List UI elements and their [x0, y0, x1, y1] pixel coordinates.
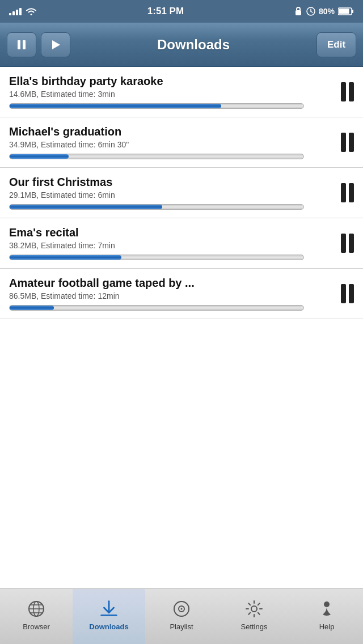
progress-track	[9, 103, 304, 109]
pause-bar-right	[349, 234, 354, 253]
svg-rect-0	[296, 10, 301, 15]
progress-track	[9, 255, 304, 260]
lock-icon	[294, 6, 303, 16]
tab-help[interactable]: Help	[290, 589, 363, 644]
download-meta: 29.1MB, Estimated time: 6min	[9, 190, 334, 200]
clock-icon	[306, 7, 315, 16]
status-bar: 1:51 PM 80%	[0, 0, 363, 23]
pause-bar-right	[349, 183, 354, 202]
tab-playlist[interactable]: Playlist	[145, 589, 218, 644]
header-controls	[7, 32, 70, 57]
pause-bar-right	[349, 82, 354, 101]
play-button[interactable]	[41, 32, 70, 57]
status-right: 80%	[294, 6, 354, 16]
download-meta: 38.2MB, Estimated time: 7min	[9, 241, 334, 250]
settings-icon	[245, 600, 263, 618]
browser-tab-icon	[26, 599, 47, 619]
tab-settings[interactable]: Settings	[218, 589, 290, 644]
pause-bar-right	[349, 284, 354, 303]
download-info: Ella's birthday party karaoke 14.6MB, Es…	[9, 75, 334, 109]
download-title: Our first Christmas	[9, 176, 334, 189]
item-pause-button[interactable]	[341, 82, 354, 101]
download-meta: 34.9MB, Estimated time: 6min 30"	[9, 140, 334, 149]
svg-point-19	[251, 606, 257, 612]
help-tab-icon	[316, 599, 337, 619]
pause-bar-left	[341, 133, 346, 152]
progress-track	[9, 154, 304, 159]
status-time: 1:51 PM	[147, 6, 184, 17]
pause-bar-left	[341, 234, 346, 253]
pause-bar-left	[341, 82, 346, 101]
svg-point-20	[324, 601, 330, 607]
downloads-icon	[99, 600, 119, 618]
browser-tab-label: Browser	[23, 622, 50, 631]
progress-fill	[10, 104, 221, 108]
svg-rect-6	[339, 9, 349, 14]
browser-icon	[27, 600, 45, 618]
svg-line-3	[311, 11, 313, 12]
download-item[interactable]: Ema's recital 38.2MB, Estimated time: 7m…	[0, 218, 363, 269]
help-icon	[318, 600, 336, 618]
battery-icon	[338, 7, 354, 15]
play-icon	[50, 39, 61, 50]
pause-button[interactable]	[7, 32, 36, 57]
pause-icon	[16, 39, 27, 50]
pause-bar-left	[341, 183, 346, 202]
download-title: Amateur football game taped by ...	[9, 277, 334, 290]
playlist-icon	[172, 600, 191, 618]
download-item[interactable]: Ella's birthday party karaoke 14.6MB, Es…	[0, 67, 363, 117]
download-info: Michael's graduation 34.9MB, Estimated t…	[9, 125, 334, 159]
tab-downloads[interactable]: Downloads	[73, 589, 145, 644]
status-left	[9, 7, 37, 16]
download-info: Ema's recital 38.2MB, Estimated time: 7m…	[9, 226, 334, 260]
item-pause-button[interactable]	[341, 284, 354, 303]
help-tab-label: Help	[319, 622, 335, 631]
item-pause-button[interactable]	[341, 133, 354, 152]
battery-percent: 80%	[319, 7, 335, 16]
pause-bar-left	[341, 284, 346, 303]
download-meta: 14.6MB, Estimated time: 3min	[9, 90, 334, 99]
progress-fill	[10, 205, 162, 209]
progress-fill	[10, 154, 69, 159]
svg-rect-8	[23, 40, 26, 49]
download-info: Our first Christmas 29.1MB, Estimated ti…	[9, 176, 334, 210]
download-item[interactable]: Our first Christmas 29.1MB, Estimated ti…	[0, 168, 363, 218]
playlist-tab-icon	[171, 599, 192, 619]
header: Downloads Edit	[0, 23, 363, 67]
tab-browser[interactable]: Browser	[0, 589, 73, 644]
progress-fill	[10, 306, 54, 310]
download-title: Michael's graduation	[9, 125, 334, 138]
download-item[interactable]: Michael's graduation 34.9MB, Estimated t…	[0, 117, 363, 168]
item-pause-button[interactable]	[341, 183, 354, 202]
download-info: Amateur football game taped by ... 86.5M…	[9, 277, 334, 311]
svg-point-18	[181, 608, 183, 610]
svg-rect-7	[18, 40, 20, 49]
download-item[interactable]: Amateur football game taped by ... 86.5M…	[0, 269, 363, 319]
progress-track	[9, 204, 304, 210]
svg-rect-5	[352, 10, 353, 13]
pause-bar-right	[349, 133, 354, 152]
download-list: Ella's birthday party karaoke 14.6MB, Es…	[0, 67, 363, 319]
download-title: Ema's recital	[9, 226, 334, 239]
downloads-tab-icon	[99, 599, 119, 619]
page-title: Downloads	[70, 37, 316, 53]
progress-track	[9, 305, 304, 311]
progress-fill	[10, 255, 121, 260]
settings-tab-label: Settings	[241, 622, 268, 631]
signal-icon	[9, 8, 22, 15]
edit-button[interactable]: Edit	[316, 32, 356, 57]
playlist-tab-label: Playlist	[170, 622, 193, 631]
item-pause-button[interactable]	[341, 234, 354, 253]
svg-marker-9	[52, 40, 60, 49]
download-title: Ella's birthday party karaoke	[9, 75, 334, 88]
wifi-icon	[25, 7, 37, 16]
downloads-tab-label: Downloads	[89, 622, 128, 631]
tab-bar: Browser Downloads Playlist Settings Help	[0, 588, 363, 644]
settings-tab-icon	[244, 599, 264, 619]
download-meta: 86.5MB, Estimated time: 12min	[9, 291, 334, 300]
